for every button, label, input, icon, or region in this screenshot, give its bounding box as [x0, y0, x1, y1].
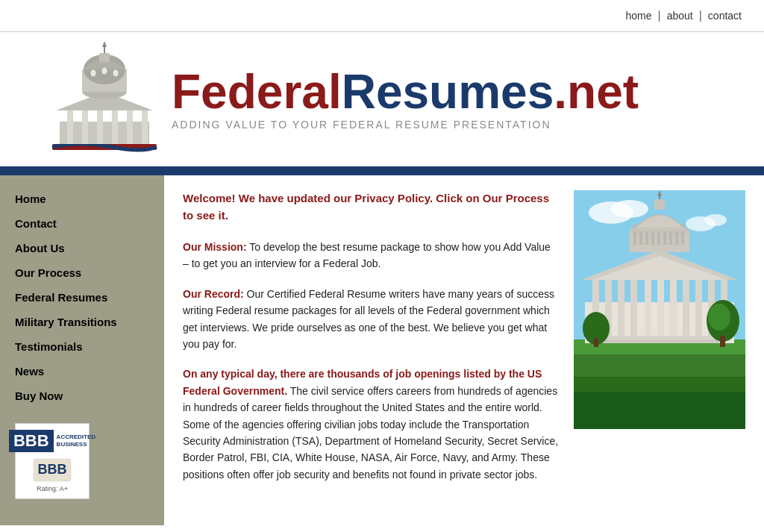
capitol-dome-icon	[45, 40, 164, 159]
svg-rect-7	[142, 110, 148, 144]
sidebar-navigation: Home Contact About Us Our Process Federa…	[0, 187, 164, 408]
svg-rect-3	[82, 110, 88, 144]
main-layout: Home Contact About Us Our Process Federa…	[0, 175, 764, 525]
site-subtitle: ADDING VALUE TO YOUR FEDERAL RESUME PRES…	[172, 119, 639, 131]
svg-rect-32	[618, 280, 624, 336]
title-net: .net	[554, 65, 639, 119]
welcome-message: Welcome! We have updated our Privacy Pol…	[183, 190, 559, 224]
bbb-badge: BBB ACCREDITED BUSINESS BBB Rating: A+	[15, 423, 90, 499]
svg-rect-2	[67, 110, 73, 144]
svg-rect-33	[630, 280, 637, 336]
sidebar-item-contact[interactable]: Contact	[0, 211, 164, 236]
svg-marker-14	[102, 41, 107, 47]
sidebar-item-news[interactable]: News	[0, 359, 164, 384]
record-section: Our Record: Our Certified Federal Resume…	[183, 286, 559, 353]
nav-contact[interactable]: contact	[708, 10, 742, 22]
sidebar: Home Contact About Us Our Process Federa…	[0, 175, 164, 525]
sidebar-item-home[interactable]: Home	[0, 187, 164, 211]
sidebar-item-testimonials[interactable]: Testimonials	[0, 334, 164, 359]
bbb-rating: Rating: A+	[22, 485, 83, 492]
nav-about[interactable]: about	[667, 10, 693, 22]
svg-rect-36	[670, 276, 677, 336]
svg-point-24	[704, 214, 727, 226]
nav-sep-2: |	[699, 9, 702, 22]
site-title-area: FederalResumes.net ADDING VALUE TO YOUR …	[172, 68, 639, 131]
site-header: FederalResumes.net ADDING VALUE TO YOUR …	[0, 32, 764, 169]
bbb-accredited-label: ACCREDITED BUSINESS	[57, 434, 96, 449]
content-area: Welcome! We have updated our Privacy Pol…	[164, 175, 764, 525]
svg-rect-38	[695, 280, 702, 336]
typical-day-text: The civil service offers careers from hu…	[183, 385, 558, 481]
svg-rect-54	[654, 199, 665, 210]
svg-point-15	[90, 69, 96, 77]
typical-day-section: On any typical day, there are thousands …	[183, 366, 559, 483]
content-text: Welcome! We have updated our Privacy Pol…	[183, 190, 559, 510]
svg-rect-12	[99, 53, 110, 62]
svg-point-17	[113, 69, 119, 77]
svg-point-22	[611, 200, 648, 218]
svg-rect-6	[127, 110, 133, 144]
svg-rect-60	[720, 336, 725, 347]
sidebar-item-federal-resumes[interactable]: Federal Resumes	[0, 285, 164, 310]
nav-sep-1: |	[658, 9, 661, 22]
svg-rect-35	[657, 276, 664, 336]
record-label: Our Record:	[183, 288, 244, 300]
svg-rect-63	[574, 392, 745, 429]
svg-point-61	[708, 304, 730, 331]
content-image	[574, 190, 745, 510]
svg-text:BBB: BBB	[38, 462, 67, 477]
site-logo	[45, 40, 164, 159]
svg-rect-29	[600, 339, 719, 343]
sidebar-item-buy-now[interactable]: Buy Now	[0, 384, 164, 408]
capitol-building-svg	[574, 190, 745, 429]
sidebar-item-about-us[interactable]: About Us	[0, 236, 164, 260]
bbb-logo-text: BBB	[9, 430, 54, 452]
sidebar-item-our-process[interactable]: Our Process	[0, 260, 164, 285]
site-title: FederalResumes.net	[172, 68, 639, 116]
nav-home[interactable]: home	[625, 10, 651, 22]
svg-rect-34	[645, 276, 651, 336]
title-federal: Federal	[172, 65, 342, 119]
svg-rect-4	[97, 110, 103, 144]
svg-point-16	[101, 67, 107, 75]
mission-label: Our Mission:	[183, 241, 247, 253]
svg-rect-37	[683, 280, 689, 336]
bbb-logo-icon: BBB	[30, 455, 75, 485]
mission-section: Our Mission: To develop the best resume …	[183, 239, 559, 272]
capitol-building-photo	[574, 190, 745, 429]
top-navigation: home | about | contact	[0, 0, 764, 32]
title-resumes: Resumes	[342, 65, 554, 119]
svg-rect-5	[112, 110, 118, 144]
blue-divider	[0, 169, 764, 175]
svg-rect-58	[594, 338, 598, 347]
sidebar-item-military-transitions[interactable]: Military Transitions	[0, 310, 164, 334]
